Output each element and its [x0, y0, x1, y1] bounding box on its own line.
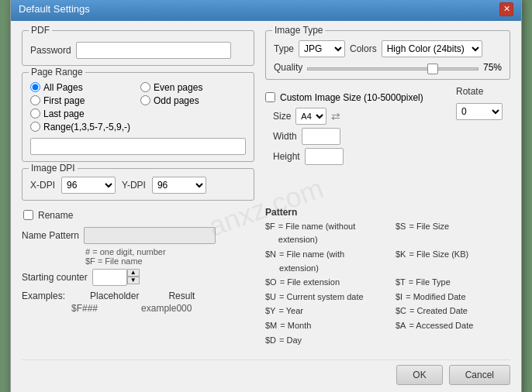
password-input[interactable] [76, 42, 231, 59]
page-range-radios: All Pages Even pages First page Odd [30, 82, 246, 119]
pattern-item-t: $T = File Type [396, 276, 510, 290]
type-label: Type [274, 43, 294, 54]
dialog-title: Default Settings [19, 3, 90, 15]
pattern-desc-y: = Year [278, 304, 303, 318]
rotate-select[interactable]: 0 90 180 270 [456, 103, 503, 120]
counter-input[interactable]: 0 [92, 269, 127, 286]
custom-size-row: Custom Image Size (10-5000pixel) [265, 92, 448, 103]
xdpi-label: X-DPI [30, 180, 55, 191]
pattern-item-o: $O = File extension [265, 276, 380, 290]
examples-header: Examples: Placeholder Result [22, 291, 254, 301]
radio-range[interactable]: Range(1,3,5-7,-5,9,-) [30, 122, 246, 132]
name-pattern-label: Name Pattern [22, 230, 79, 241]
colors-label: Colors [350, 43, 377, 54]
pattern-grid: $F = File name (without extension) $S = … [265, 220, 510, 347]
pattern-desc-s: = File Size [409, 220, 449, 247]
pattern-item-u: $U = Current system date [265, 291, 380, 304]
ok-button[interactable]: OK [396, 365, 442, 385]
pattern-code-u: $U [265, 291, 276, 304]
spin-down-button[interactable]: ▼ [127, 277, 140, 284]
radio-last-label: Last page [43, 108, 85, 119]
type-select[interactable]: JPG PNG BMP TIFF [299, 40, 345, 57]
right-column: Image Type Type JPG PNG BMP TIFF Colors … [265, 30, 510, 201]
password-label: Password [30, 45, 71, 56]
custom-size-checkbox[interactable] [265, 92, 275, 102]
quality-percent: 75% [483, 62, 502, 73]
radio-odd-pages[interactable]: Odd pages [140, 95, 246, 106]
examples-row: $F### example000 [22, 303, 254, 314]
pattern-item-y: $Y = Year [265, 304, 380, 318]
left-column: PDF Password Page Range All Pages [22, 30, 254, 201]
radio-first-label: First page [43, 95, 85, 106]
pattern-desc-i: = Modified Date [406, 291, 465, 304]
pattern-desc-a: = Accessed Date [409, 319, 473, 333]
ydpi-select[interactable]: 96 72 150 300 [152, 177, 206, 194]
size-rotate-row: Custom Image Size (10-5000pixel) Size A4… [265, 86, 510, 165]
pattern-code-k: $K [396, 248, 406, 275]
range-input-row [30, 136, 246, 155]
pattern-desc-t: = File Type [409, 276, 451, 290]
radio-range-label: Range(1,3,5-7,-5,9,-) [43, 122, 130, 132]
password-row: Password [30, 42, 246, 59]
pattern-item-a: $A = Accessed Date [396, 319, 510, 333]
dpi-row: X-DPI 96 72 150 300 Y-DPI 96 72 150 3 [30, 177, 246, 194]
pattern-item-s: $S = File Size [396, 220, 510, 247]
titlebar: Default Settings ✕ [11, 0, 521, 21]
height-input[interactable]: 842 [305, 148, 344, 165]
radio-odd-label: Odd pages [154, 95, 199, 106]
pattern-item-c: $C = Created Date [396, 304, 510, 318]
pattern-title: Pattern [265, 207, 510, 218]
quality-row: Quality 75% [274, 62, 502, 73]
quality-slider[interactable] [307, 67, 478, 70]
radio-last-page[interactable]: Last page [30, 108, 136, 119]
page-range-group: Page Range All Pages Even pages First [22, 72, 254, 162]
pattern-item-k: $K = File Size (KB) [396, 248, 510, 275]
pattern-code-0: $F [265, 220, 275, 247]
xdpi-select[interactable]: 96 72 150 300 [61, 177, 116, 194]
quality-slider-container [307, 62, 478, 73]
spin-field: 0 ▲ ▼ [92, 269, 140, 286]
pattern-item-i: $I = Modified Date [396, 291, 510, 304]
pattern-code-s: $S [396, 220, 406, 247]
hash-desc: # = one digit, number $F = File name [22, 247, 254, 266]
name-pattern-input[interactable]: $F#### [84, 227, 216, 244]
cancel-button[interactable]: Cancel [449, 365, 510, 385]
ydpi-label: Y-DPI [122, 180, 146, 191]
result-col-label: Result [168, 291, 195, 301]
pattern-code-n: $N [265, 248, 276, 275]
range-text-input[interactable] [30, 138, 246, 155]
dialog: Default Settings ✕ anxz.com PDF Password… [10, 0, 522, 392]
colors-select[interactable]: High Color (24bits) True Color (32bits) … [382, 40, 482, 57]
pattern-code-i: $I [396, 291, 402, 304]
pattern-item-n: $N = File name (with extension) [265, 248, 380, 275]
pattern-code-y: $Y [265, 304, 275, 318]
size-fields: Size A4 A3 Letter ⇄ Width 594 [265, 108, 448, 165]
image-dpi-title: Image DPI [29, 163, 78, 174]
pattern-desc-c: = Created Date [409, 304, 468, 318]
custom-size-section: Custom Image Size (10-5000pixel) Size A4… [265, 86, 448, 165]
radio-all-pages[interactable]: All Pages [30, 82, 136, 93]
rename-checkbox[interactable] [23, 210, 33, 220]
width-row: Width 594 [273, 128, 448, 145]
spin-up-button[interactable]: ▲ [127, 269, 140, 277]
pattern-desc-n: = File name (with extension) [279, 248, 380, 275]
pattern-desc-m: = Month [280, 319, 311, 333]
pattern-desc-o: = File extension [280, 276, 340, 290]
pattern-item-m: $M = Month [265, 319, 380, 333]
pattern-code-d: $D [265, 334, 276, 348]
rename-row: Rename [22, 207, 254, 224]
width-label: Width [273, 131, 297, 142]
counter-label: Starting counter [22, 272, 88, 283]
radio-first-page[interactable]: First page [30, 95, 136, 106]
width-input[interactable]: 594 [302, 128, 340, 145]
example-result: example000 [141, 303, 192, 314]
size-preset-select[interactable]: A4 A3 Letter [295, 108, 326, 125]
custom-size-label: Custom Image Size (10-5000pixel) [280, 92, 423, 103]
rename-section: Rename Name Pattern $F#### # = one digit… [22, 207, 254, 347]
height-row: Height 842 [273, 148, 448, 165]
image-type-group: Image Type Type JPG PNG BMP TIFF Colors … [265, 30, 510, 80]
close-button[interactable]: ✕ [499, 2, 513, 16]
pattern-section: Pattern $F = File name (without extensio… [265, 207, 510, 347]
pattern-item-0: $F = File name (without extension) [265, 220, 380, 247]
radio-even-pages[interactable]: Even pages [140, 82, 246, 93]
